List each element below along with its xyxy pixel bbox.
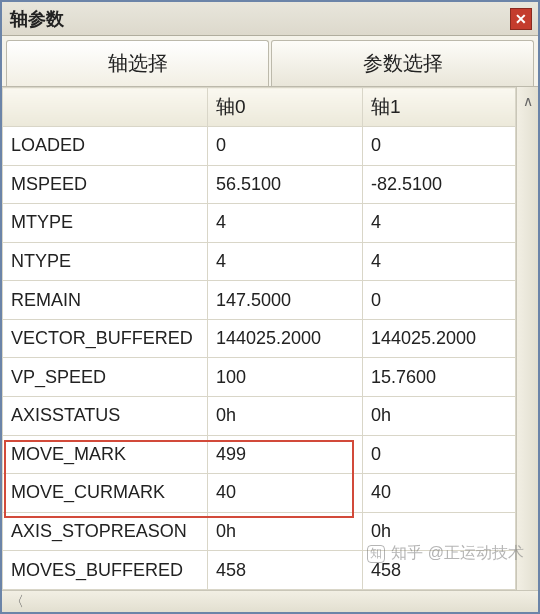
table-row: NTYPE 4 4: [3, 242, 516, 281]
cell-a1[interactable]: 0: [363, 127, 516, 166]
table-row: LOADED 0 0: [3, 127, 516, 166]
cell-a0[interactable]: 0h: [208, 512, 363, 551]
cell-name[interactable]: MOVE_MARK: [3, 435, 208, 474]
table-row: VP_SPEED 100 15.7600: [3, 358, 516, 397]
cell-a1[interactable]: 4: [363, 242, 516, 281]
cell-name[interactable]: AXISSTATUS: [3, 397, 208, 436]
cell-a0[interactable]: 4: [208, 204, 363, 243]
tab-param-select-label: 参数选择: [363, 50, 443, 77]
scroll-left-icon[interactable]: 〈: [8, 593, 26, 611]
header-row: 轴0 轴1: [3, 88, 516, 127]
axis-params-window: 轴参数 ✕ 轴选择 参数选择 轴0 轴1 LOADED 0: [0, 0, 540, 614]
cell-a0[interactable]: 4: [208, 242, 363, 281]
col-header-name[interactable]: [3, 88, 208, 127]
cell-name[interactable]: MTYPE: [3, 204, 208, 243]
close-icon: ✕: [515, 11, 527, 27]
table-row: MOVES_BUFFERED 458 458: [3, 551, 516, 590]
tab-axis-select-label: 轴选择: [108, 50, 168, 77]
cell-a1[interactable]: 0: [363, 281, 516, 320]
table-row: REMAIN 147.5000 0: [3, 281, 516, 320]
table-row: MTYPE 4 4: [3, 204, 516, 243]
vertical-scrollbar[interactable]: ∧: [516, 87, 538, 590]
cell-name[interactable]: REMAIN: [3, 281, 208, 320]
cell-name[interactable]: MOVE_CURMARK: [3, 474, 208, 513]
cell-a1[interactable]: 15.7600: [363, 358, 516, 397]
table-row: MOVE_MARK 499 0: [3, 435, 516, 474]
table-row: AXISSTATUS 0h 0h: [3, 397, 516, 436]
params-table: 轴0 轴1 LOADED 0 0 MSPEED 56.5100 -82.5100…: [2, 87, 516, 590]
cell-name[interactable]: MOVES_BUFFERED: [3, 551, 208, 590]
titlebar: 轴参数 ✕: [2, 2, 538, 36]
cell-a0[interactable]: 458: [208, 551, 363, 590]
table-row: VECTOR_BUFFERED 144025.2000 144025.2000: [3, 319, 516, 358]
tab-bar: 轴选择 参数选择: [2, 36, 538, 87]
cell-a1[interactable]: 40: [363, 474, 516, 513]
cell-name[interactable]: MSPEED: [3, 165, 208, 204]
table-row: MOVE_CURMARK 40 40: [3, 474, 516, 513]
cell-a1[interactable]: 144025.2000: [363, 319, 516, 358]
col-header-axis0[interactable]: 轴0: [208, 88, 363, 127]
tab-axis-select[interactable]: 轴选择: [6, 40, 269, 86]
cell-a0[interactable]: 40: [208, 474, 363, 513]
cell-a0[interactable]: 0h: [208, 397, 363, 436]
col-header-axis1[interactable]: 轴1: [363, 88, 516, 127]
cell-name[interactable]: AXIS_STOPREASON: [3, 512, 208, 551]
cell-a1[interactable]: 0h: [363, 397, 516, 436]
cell-name[interactable]: LOADED: [3, 127, 208, 166]
cell-a0[interactable]: 0: [208, 127, 363, 166]
params-tbody: LOADED 0 0 MSPEED 56.5100 -82.5100 MTYPE…: [3, 127, 516, 590]
cell-a0[interactable]: 144025.2000: [208, 319, 363, 358]
close-button[interactable]: ✕: [510, 8, 532, 30]
horizontal-scrollbar[interactable]: 〈: [2, 590, 538, 612]
cell-a0[interactable]: 100: [208, 358, 363, 397]
window-title: 轴参数: [10, 7, 64, 31]
cell-a1[interactable]: 458: [363, 551, 516, 590]
table-row: AXIS_STOPREASON 0h 0h: [3, 512, 516, 551]
grid-area: 轴0 轴1 LOADED 0 0 MSPEED 56.5100 -82.5100…: [2, 87, 538, 590]
cell-a0[interactable]: 56.5100: [208, 165, 363, 204]
cell-a0[interactable]: 147.5000: [208, 281, 363, 320]
tab-param-select[interactable]: 参数选择: [271, 40, 534, 86]
cell-a1[interactable]: 0h: [363, 512, 516, 551]
cell-name[interactable]: VP_SPEED: [3, 358, 208, 397]
cell-name[interactable]: NTYPE: [3, 242, 208, 281]
table-row: MSPEED 56.5100 -82.5100: [3, 165, 516, 204]
cell-name[interactable]: VECTOR_BUFFERED: [3, 319, 208, 358]
cell-a1[interactable]: 4: [363, 204, 516, 243]
cell-a1[interactable]: 0: [363, 435, 516, 474]
cell-a1[interactable]: -82.5100: [363, 165, 516, 204]
scroll-up-icon[interactable]: ∧: [519, 93, 537, 111]
cell-a0[interactable]: 499: [208, 435, 363, 474]
